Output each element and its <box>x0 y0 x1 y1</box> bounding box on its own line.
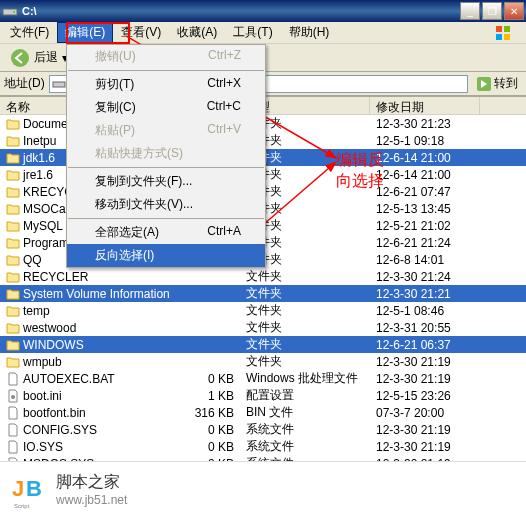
menu-move-to-folder[interactable]: 移动到文件夹(V)... <box>67 193 265 216</box>
edit-dropdown-menu: 撤销(U)Ctrl+Z 剪切(T)Ctrl+X 复制(C)Ctrl+C 粘贴(P… <box>66 44 266 268</box>
file-date-cell: 12-3-30 21:19 <box>370 372 480 386</box>
maximize-button[interactable]: ❐ <box>482 2 502 20</box>
file-type-cell: 文件夹 <box>240 319 370 336</box>
file-date-cell: 12-3-30 21:21 <box>370 287 480 301</box>
file-row[interactable]: boot.ini1 KB配置设置12-5-15 23:26 <box>0 387 526 404</box>
menu-invert-selection[interactable]: 反向选择(I) <box>67 244 265 267</box>
menu-paste[interactable]: 粘贴(P)Ctrl+V <box>67 119 265 142</box>
file-size-cell: 1 KB <box>186 389 240 403</box>
file-type-cell: 文件夹 <box>240 353 370 370</box>
file-name-cell: wmpub <box>0 355 186 369</box>
file-size-cell: 0 KB <box>186 423 240 437</box>
svg-rect-8 <box>53 82 65 87</box>
file-date-cell: 12-5-1 09:18 <box>370 134 480 148</box>
menu-copy[interactable]: 复制(C)Ctrl+C <box>67 96 265 119</box>
menu-tools[interactable]: 工具(T) <box>225 22 280 43</box>
file-row[interactable]: CONFIG.SYS0 KB系统文件12-3-30 21:19 <box>0 421 526 438</box>
windows-logo-icon <box>494 24 524 42</box>
file-row[interactable]: System Volume Information文件夹12-3-30 21:2… <box>0 285 526 302</box>
svg-point-12 <box>11 395 15 399</box>
footer-brand: 脚本之家 <box>56 472 518 493</box>
file-type-cell: Windows 批处理文件 <box>240 370 370 387</box>
file-type-cell: 配置设置 <box>240 387 370 404</box>
file-date-cell: 12-3-30 21:19 <box>370 423 480 437</box>
file-name-cell: System Volume Information <box>0 287 186 301</box>
file-row[interactable]: wmpub文件夹12-3-30 21:19 <box>0 353 526 370</box>
file-row[interactable]: RECYCLER文件夹12-3-30 21:24 <box>0 268 526 285</box>
file-row[interactable]: bootfont.bin316 KBBIN 文件07-3-7 20:00 <box>0 404 526 421</box>
file-type-cell: 文件夹 <box>240 336 370 353</box>
file-date-cell: 12-5-21 21:02 <box>370 219 480 233</box>
svg-point-1 <box>13 11 15 13</box>
file-date-cell: 12-3-30 21:23 <box>370 117 480 131</box>
menu-paste-shortcut[interactable]: 粘贴快捷方式(S) <box>67 142 265 165</box>
back-label: 后退 <box>34 49 58 66</box>
go-label: 转到 <box>494 75 518 92</box>
file-date-cell: 12-3-31 20:55 <box>370 321 480 335</box>
file-date-cell: 12-3-30 21:19 <box>370 355 480 369</box>
svg-text:J: J <box>12 476 24 501</box>
file-date-cell: 12-6-8 14:01 <box>370 253 480 267</box>
file-name-cell: boot.ini <box>0 389 186 403</box>
menu-edit[interactable]: 编辑(E) <box>57 22 113 43</box>
address-label: 地址(D) <box>4 75 45 92</box>
file-name-cell: IO.SYS <box>0 440 186 454</box>
svg-rect-2 <box>496 26 502 32</box>
menu-favorites[interactable]: 收藏(A) <box>169 22 225 43</box>
file-name-cell: RECYCLER <box>0 270 186 284</box>
file-row[interactable]: WINDOWS文件夹12-6-21 06:37 <box>0 336 526 353</box>
svg-text:B: B <box>26 476 42 501</box>
file-date-cell: 12-6-21 07:47 <box>370 185 480 199</box>
file-date-cell: 12-6-14 21:00 <box>370 168 480 182</box>
back-icon <box>10 48 30 68</box>
file-date-cell: 12-6-14 21:00 <box>370 151 480 165</box>
file-name-cell: CONFIG.SYS <box>0 423 186 437</box>
titlebar: C:\ _ ❐ ✕ <box>0 0 526 22</box>
file-row[interactable]: westwood文件夹12-3-31 20:55 <box>0 319 526 336</box>
menubar: 文件(F) 编辑(E) 查看(V) 收藏(A) 工具(T) 帮助(H) <box>0 22 526 44</box>
file-size-cell: 0 KB <box>186 372 240 386</box>
file-date-cell: 12-3-30 21:19 <box>370 440 480 454</box>
back-button[interactable]: 后退 ▾ <box>4 46 74 70</box>
menu-undo[interactable]: 撤销(U)Ctrl+Z <box>67 45 265 68</box>
file-name-cell: AUTOEXEC.BAT <box>0 372 186 386</box>
file-size-cell: 316 KB <box>186 406 240 420</box>
file-type-cell: 文件夹 <box>240 285 370 302</box>
svg-rect-5 <box>504 34 510 40</box>
file-type-cell: 文件夹 <box>240 268 370 285</box>
file-row[interactable]: IO.SYS0 KB系统文件12-3-30 21:19 <box>0 438 526 455</box>
drive-icon <box>2 3 18 19</box>
file-date-cell: 12-6-21 21:24 <box>370 236 480 250</box>
close-button[interactable]: ✕ <box>504 2 524 20</box>
file-size-cell: 0 KB <box>186 440 240 454</box>
file-type-cell: 系统文件 <box>240 438 370 455</box>
drive-icon <box>52 77 66 91</box>
file-name-cell: WINDOWS <box>0 338 186 352</box>
file-date-cell: 12-5-15 23:26 <box>370 389 480 403</box>
menu-view[interactable]: 查看(V) <box>113 22 169 43</box>
menu-help[interactable]: 帮助(H) <box>281 22 338 43</box>
svg-rect-3 <box>504 26 510 32</box>
svg-text:Script: Script <box>14 503 30 509</box>
menu-file[interactable]: 文件(F) <box>2 22 57 43</box>
file-row[interactable]: temp文件夹12-5-1 08:46 <box>0 302 526 319</box>
svg-rect-4 <box>496 34 502 40</box>
go-icon <box>476 76 492 92</box>
file-date-cell: 12-6-21 06:37 <box>370 338 480 352</box>
file-date-cell: 12-5-1 08:46 <box>370 304 480 318</box>
menu-select-all[interactable]: 全部选定(A)Ctrl+A <box>67 221 265 244</box>
file-type-cell: 系统文件 <box>240 421 370 438</box>
file-name-cell: westwood <box>0 321 186 335</box>
menu-cut[interactable]: 剪切(T)Ctrl+X <box>67 73 265 96</box>
svg-point-6 <box>11 49 29 67</box>
footer-watermark: JBScript 脚本之家 www.jb51.net <box>0 461 526 517</box>
file-type-cell: 文件夹 <box>240 302 370 319</box>
file-date-cell: 12-5-13 13:45 <box>370 202 480 216</box>
go-button[interactable]: 转到 <box>472 73 522 94</box>
col-date[interactable]: 修改日期 <box>370 97 480 114</box>
minimize-button[interactable]: _ <box>460 2 480 20</box>
menu-copy-to-folder[interactable]: 复制到文件夹(F)... <box>67 170 265 193</box>
file-type-cell: BIN 文件 <box>240 404 370 421</box>
file-row[interactable]: AUTOEXEC.BAT0 KBWindows 批处理文件12-3-30 21:… <box>0 370 526 387</box>
file-name-cell: bootfont.bin <box>0 406 186 420</box>
